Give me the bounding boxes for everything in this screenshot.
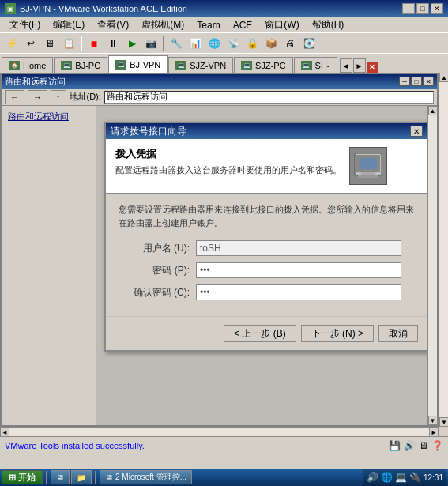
- dialog-close-button[interactable]: ✕: [410, 126, 423, 137]
- window-title: BJ-VPN - VMware Workstation ACE Edition: [20, 4, 402, 13]
- menu-help[interactable]: 帮助(H): [306, 17, 351, 33]
- address-input[interactable]: [104, 91, 434, 104]
- menu-vm[interactable]: 虚拟机(M): [135, 17, 190, 33]
- vmware-icon-2: 🔊: [404, 440, 416, 451]
- svg-rect-3: [358, 175, 378, 178]
- menu-team[interactable]: Team: [190, 18, 226, 32]
- tab-home[interactable]: 🏠 Home: [2, 57, 53, 73]
- nav-forward-button[interactable]: →: [28, 90, 47, 104]
- outer-scroll-track[interactable]: [439, 82, 448, 417]
- confirm-input[interactable]: [196, 284, 401, 300]
- tb-pause[interactable]: ⏸: [104, 36, 122, 51]
- taskbar-ms-label: 2 Microsoft 管理控...: [115, 472, 186, 483]
- maximize-button[interactable]: □: [416, 3, 429, 14]
- tb-btn-1[interactable]: ⚡: [3, 36, 21, 51]
- dialog-overlay: 请求拨号接口向导 ✕ 拨入凭据 配置远程路由器拨入这台服务器时要使用的用户名和密…: [96, 106, 437, 425]
- dialog-header-text: 拨入凭据 配置远程路由器拨入这台服务器时要使用的用户名和密码。: [115, 147, 341, 185]
- close-button[interactable]: ✕: [431, 3, 443, 14]
- menu-view[interactable]: 查看(V): [91, 17, 135, 33]
- taskbar-icon-2[interactable]: 📁: [71, 470, 92, 484]
- tab-sh[interactable]: 💻 SH-: [294, 57, 337, 73]
- tab-sjz-pc[interactable]: 💻 SJZ-PC: [234, 57, 293, 73]
- cancel-button[interactable]: 取消: [378, 325, 418, 342]
- taskbar-ms-item[interactable]: 🖥 2 Microsoft 管理控...: [100, 470, 192, 484]
- dialog-footer: < 上一步 (B) 下一步 (N) > 取消: [106, 316, 427, 350]
- vmware-icon-1: 💾: [389, 440, 401, 451]
- nav-back-button[interactable]: ←: [5, 90, 24, 104]
- tab-bjvpn-label: BJ-VPN: [130, 60, 160, 70]
- main-content: 请求拨号接口向导 ✕ 拨入凭据 配置远程路由器拨入这台服务器时要使用的用户名和密…: [96, 106, 437, 425]
- tb-btn-5[interactable]: 🔧: [168, 36, 185, 51]
- tray-icon-1: 🔊: [367, 472, 378, 483]
- inner-window: 路由和远程访问 ─ □ ✕ ← → ↑ 地址(D): 路由和远程访问: [0, 73, 439, 427]
- dialog-body: 您需要设置远程路由器用来连接到此接口的拨入凭据。您所输入的信息将用来在路由器上创…: [106, 194, 427, 316]
- inner-minimize[interactable]: ─: [399, 77, 410, 86]
- tab-close-button[interactable]: ✕: [367, 62, 378, 73]
- inner-close[interactable]: ✕: [423, 77, 434, 86]
- tb-btn-11[interactable]: 🖨: [281, 36, 299, 51]
- start-label: 开始: [18, 472, 36, 484]
- dialog-header-icon: [349, 147, 387, 185]
- taskbar-icon-1[interactable]: 🖥: [51, 470, 70, 484]
- tb-btn-2[interactable]: ↩: [22, 36, 40, 51]
- dialog-header-desc: 配置远程路由器拨入这台服务器时要使用的用户名和密码。: [115, 164, 341, 176]
- vmware-icon-3: 🖥: [419, 440, 428, 451]
- username-input[interactable]: [196, 240, 401, 256]
- scroll-down-button[interactable]: ▼: [428, 416, 438, 425]
- tab-sjz-vpn[interactable]: 💻 SJZ-VPN: [168, 57, 233, 73]
- address-label: 地址(D):: [70, 91, 101, 103]
- menu-ace[interactable]: ACE: [227, 18, 259, 32]
- confirm-row: 确认密码 (C):: [119, 284, 415, 300]
- taskbar-ms-icon: 🖥: [105, 473, 113, 482]
- next-button[interactable]: 下一步 (N) >: [301, 325, 374, 342]
- toolbar: ⚡ ↩ 🖥 📋 ■ ⏸ ▶ 📷 🔧 📊 🌐 📡 🔒 📦 🖨 💽: [0, 33, 448, 54]
- menu-edit[interactable]: 编辑(E): [47, 17, 91, 33]
- dialog-title-text: 请求拨号接口向导: [111, 125, 410, 138]
- outer-scroll-up[interactable]: ▲: [439, 73, 448, 82]
- tab-bjvpn-icon: 💻: [115, 60, 126, 70]
- tb-btn-6[interactable]: 📊: [186, 36, 204, 51]
- nav-up-button[interactable]: ↑: [51, 90, 66, 104]
- tab-sjzpc-label: SJZ-PC: [255, 61, 286, 70]
- inner-maximize[interactable]: □: [411, 77, 422, 86]
- tab-bj-vpn[interactable]: 💻 BJ-VPN: [108, 55, 168, 73]
- taskbar: ⊞ 开始 🖥 📁 🖥 2 Microsoft 管理控... 🔊 🌐 💻 🔌 12…: [0, 469, 448, 486]
- tb-stop[interactable]: ■: [85, 36, 103, 51]
- menu-file[interactable]: 文件(F): [3, 17, 47, 33]
- sidebar-item-routing[interactable]: 路由和远程访问: [5, 109, 92, 124]
- outer-scroll-right[interactable]: ►: [429, 428, 439, 436]
- outer-scrollbar-h[interactable]: ◄ ►: [0, 427, 439, 436]
- outer-scrollbar-v[interactable]: ▲ ▼: [439, 73, 448, 427]
- password-input[interactable]: [196, 262, 401, 278]
- tb-btn-8[interactable]: 📡: [224, 36, 242, 51]
- outer-scroll-left[interactable]: ◄: [0, 428, 9, 436]
- svg-rect-2: [361, 172, 375, 175]
- outer-scroll-down[interactable]: ▼: [439, 417, 448, 427]
- tb-btn-10[interactable]: 📦: [262, 36, 280, 51]
- tabs-bar: 🏠 Home 💻 BJ-PC 💻 BJ-VPN 💻 SJZ-VPN 💻 SJZ-…: [0, 54, 448, 73]
- scroll-up-button[interactable]: ▲: [428, 106, 438, 115]
- minimize-button[interactable]: ─: [402, 3, 415, 14]
- tab-prev-button[interactable]: ◄: [340, 58, 352, 73]
- tab-bj-pc[interactable]: 💻 BJ-PC: [54, 57, 107, 73]
- tb-play[interactable]: ▶: [123, 36, 141, 51]
- app-icon: ▣: [5, 3, 16, 14]
- svg-rect-4: [360, 158, 377, 169]
- back-button[interactable]: < 上一步 (B): [224, 325, 296, 342]
- inner-title-bar: 路由和远程访问 ─ □ ✕: [2, 74, 437, 89]
- tb-btn-9[interactable]: 🔒: [243, 36, 261, 51]
- outer-scroll-htrack[interactable]: [9, 428, 429, 436]
- menu-window[interactable]: 窗口(W): [258, 17, 305, 33]
- tb-btn-12[interactable]: 💽: [300, 36, 318, 51]
- tb-btn-4[interactable]: 📋: [60, 36, 77, 51]
- start-button[interactable]: ⊞ 开始: [2, 470, 43, 484]
- taskbar-sep-2: [95, 471, 96, 484]
- tb-btn-7[interactable]: 🌐: [205, 36, 223, 51]
- tb-btn-3[interactable]: 🖥: [41, 36, 58, 51]
- scroll-track-v[interactable]: [428, 115, 437, 416]
- scrollbar-vertical[interactable]: ▲ ▼: [427, 106, 437, 425]
- dialog-body-desc: 您需要设置远程路由器用来连接到此接口的拨入凭据。您所输入的信息将用来在路由器上创…: [119, 203, 415, 229]
- taskbar-sep-1: [46, 471, 47, 484]
- tb-snapshot[interactable]: 📷: [142, 36, 160, 51]
- tab-next-button[interactable]: ►: [353, 58, 366, 73]
